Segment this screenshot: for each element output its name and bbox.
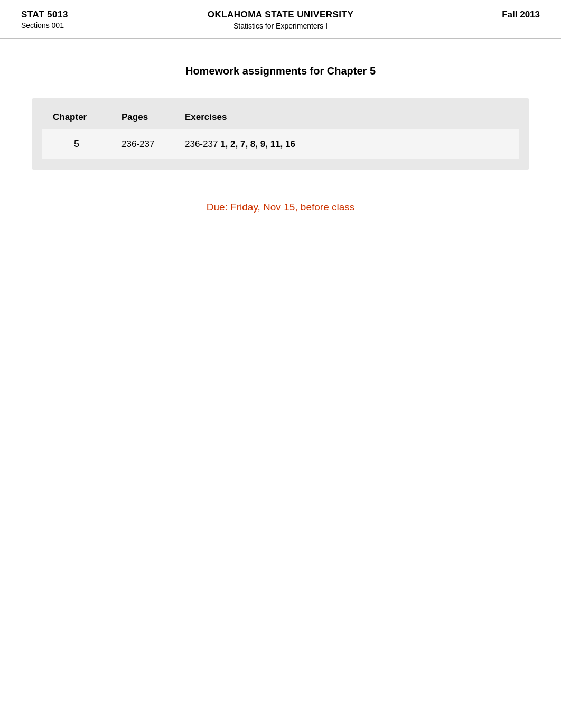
course-title: Statistics for Experimenters I	[233, 22, 328, 30]
header-center: OKLAHOMA STATE UNIVERSITY Statistics for…	[106, 10, 455, 30]
assignment-table: Chapter Pages Exercises 5 236-237 236-23…	[42, 104, 519, 159]
main-content: Homework assignments for Chapter 5 Chapt…	[0, 39, 561, 234]
course-section: Sections 001	[21, 21, 106, 30]
university-name: OKLAHOMA STATE UNIVERSITY	[208, 10, 354, 20]
page-title: Homework assignments for Chapter 5	[32, 65, 529, 77]
exercises-bold-text: 1, 2, 7, 8, 9, 11, 16	[220, 139, 295, 149]
pages-cell: 236-237	[111, 129, 174, 159]
column-header-chapter: Chapter	[42, 104, 111, 129]
column-header-pages: Pages	[111, 104, 174, 129]
page-header: STAT 5013 Sections 001 OKLAHOMA STATE UN…	[0, 0, 561, 39]
semester-label: Fall 2013	[502, 10, 540, 20]
course-number: STAT 5013	[21, 10, 106, 20]
chapter-cell: 5	[42, 129, 111, 159]
table-header-row: Chapter Pages Exercises	[42, 104, 519, 129]
header-right: Fall 2013	[455, 10, 540, 20]
column-header-exercises: Exercises	[174, 104, 519, 129]
exercises-cell: 236-237 1, 2, 7, 8, 9, 11, 16	[174, 129, 519, 159]
table-row: 5 236-237 236-237 1, 2, 7, 8, 9, 11, 16	[42, 129, 519, 159]
exercises-normal-text: 236-237	[185, 139, 220, 149]
assignment-table-wrapper: Chapter Pages Exercises 5 236-237 236-23…	[32, 98, 529, 170]
header-left: STAT 5013 Sections 001	[21, 10, 106, 30]
due-date: Due: Friday, Nov 15, before class	[32, 201, 529, 213]
